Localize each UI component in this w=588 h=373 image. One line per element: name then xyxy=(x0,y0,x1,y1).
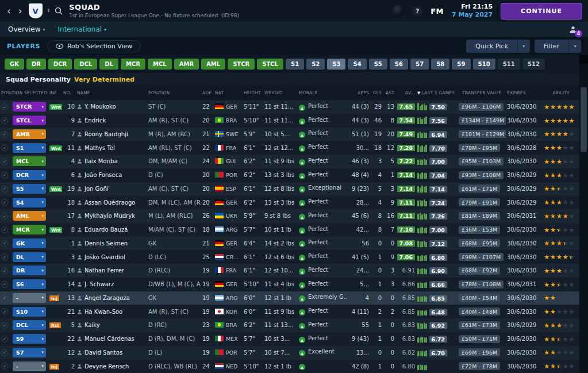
table-row[interactable]: ✓ DL▾ 3 Joško Gvardiol D (LC) 25 CR... 6… xyxy=(0,250,579,264)
table-row[interactable]: ✓ AML▾ 17 Mykhaylo Mudryk M (L), AM (RLC… xyxy=(0,209,579,223)
row-select-check-icon[interactable]: ✓ xyxy=(1,322,8,329)
position-filter-mcl[interactable]: MCL xyxy=(148,59,172,70)
position-selector-badge[interactable]: AMR▾ xyxy=(13,129,46,139)
row-select-check-icon[interactable]: ✓ xyxy=(1,281,8,288)
table-row[interactable]: ✓ S10▾ 21 Ha Kwan-Soo AM (R), ST (C) 19 … xyxy=(0,305,579,318)
position-filter-s11[interactable]: S11 xyxy=(498,59,520,70)
back-button[interactable]: ‹ xyxy=(6,6,12,16)
row-select-check-icon[interactable]: ✓ xyxy=(1,336,8,343)
position-selector-badge[interactable]: STCL▾ xyxy=(13,116,46,125)
notifications-icon[interactable]: 4 xyxy=(566,24,580,35)
table-row[interactable]: ✓ DCR▾ 6 João Fonseca D (C) 20 POR 6'2" … xyxy=(0,168,579,182)
position-selector-badge[interactable]: STCR▾ xyxy=(13,102,46,111)
col-no[interactable]: NO. xyxy=(62,90,76,95)
row-select-check-icon[interactable]: ✓ xyxy=(1,267,8,274)
col-av[interactable]: AV... xyxy=(395,90,416,95)
col-age[interactable]: AGE xyxy=(201,90,214,95)
club-crest[interactable]: V xyxy=(29,3,43,18)
position-filter-amr[interactable]: AMR xyxy=(174,59,199,70)
table-row[interactable]: ✓ S6▾ 14 J. Schwarz D/WB (L), M (C), A..… xyxy=(0,278,579,291)
position-filter-aml[interactable]: AML xyxy=(201,59,225,70)
player-name[interactable]: Roony Bardghji xyxy=(84,131,128,137)
player-name[interactable]: Y. Moukoko xyxy=(84,103,116,110)
player-name[interactable]: Endrick xyxy=(84,117,106,124)
player-name[interactable]: Assan Ouédraogo xyxy=(84,199,135,206)
position-filter-dr[interactable]: DR xyxy=(26,59,46,70)
table-row[interactable]: ✓ S5▾ Wnt 19 Jon Goñi AM (C), ST (C) 20 … xyxy=(0,182,579,196)
table-row[interactable]: ✓ S4▾ 18 Assan Ouédraogo DM, M (LC), AM … xyxy=(0,195,579,209)
position-filter-s9[interactable]: S9 xyxy=(452,59,470,70)
help-icon[interactable]: ? xyxy=(412,6,422,16)
position-selector-badge[interactable]: AML▾ xyxy=(13,211,46,221)
table-row[interactable]: ✓ -▾ Inj 13 Ángel Zaragoza GK 19 ARG 6'0… xyxy=(0,291,579,305)
col-position[interactable]: POSITION xyxy=(147,90,201,95)
position-selector-badge[interactable]: S1▾ xyxy=(13,143,46,153)
player-name[interactable]: Ángel Zaragoza xyxy=(84,295,130,301)
player-name[interactable]: Manuel Cárdenas xyxy=(84,336,134,342)
position-filter-dcr[interactable]: DCR xyxy=(48,59,72,70)
search-icon[interactable] xyxy=(55,7,63,15)
row-select-check-icon[interactable]: ✓ xyxy=(1,158,8,165)
row-select-check-icon[interactable]: ✓ xyxy=(1,295,8,302)
position-filter-s7[interactable]: S7 xyxy=(410,59,429,70)
position-selector-badge[interactable]: GK▾ xyxy=(13,239,46,248)
position-filter-stcr[interactable]: STCR xyxy=(228,59,255,70)
col-gls[interactable]: GLS xyxy=(370,90,383,95)
row-select-check-icon[interactable]: ✓ xyxy=(1,253,8,260)
row-select-check-icon[interactable]: ✓ xyxy=(1,103,8,110)
view-selector[interactable]: Rob's Selection View xyxy=(47,40,141,52)
tab-international[interactable]: International▾ xyxy=(58,25,107,33)
table-row[interactable]: ✓ S7▾ 12 David Santos D (L) 19 POR 5'7" … xyxy=(0,346,579,360)
player-name[interactable]: Joško Gvardiol xyxy=(84,254,125,260)
row-select-check-icon[interactable]: ✓ xyxy=(1,363,8,370)
row-select-check-icon[interactable]: ✓ xyxy=(1,172,8,179)
player-name[interactable]: Ilaix Moriba xyxy=(84,158,118,164)
position-selector-badge[interactable]: -▾ xyxy=(13,293,46,303)
row-select-check-icon[interactable]: ✓ xyxy=(1,117,8,124)
player-name[interactable]: David Santos xyxy=(84,349,122,356)
tab-overview[interactable]: Overview▾ xyxy=(8,25,45,33)
col-expires[interactable]: EXPIRES xyxy=(506,90,543,95)
row-select-check-icon[interactable]: ✓ xyxy=(1,240,8,247)
position-filter-s6[interactable]: S6 xyxy=(390,59,408,70)
col-morale[interactable]: MORALE xyxy=(298,90,347,95)
filter-dropdown-icon[interactable]: ▾ xyxy=(568,40,581,53)
table-row[interactable]: ✓ S9▾ 22 Manuel Cárdenas D (R), DM, M (C… xyxy=(0,332,579,346)
position-selector-badge[interactable]: S4▾ xyxy=(13,198,46,207)
row-select-check-icon[interactable]: ✓ xyxy=(1,226,8,233)
scrollbar-thumb[interactable] xyxy=(581,87,587,152)
position-filter-s3[interactable]: S3 xyxy=(327,59,345,70)
table-row[interactable]: ✓ DR▾ 16 Nathan Ferrer D (RLC) 19 FRA 6'… xyxy=(0,264,579,278)
table-row[interactable]: ✓ S1▾ Wnt 11 Mathys Tel AM (RL), ST (C) … xyxy=(0,141,579,155)
position-filter-stcl[interactable]: STCL xyxy=(257,59,283,70)
col-position-selected[interactable]: POSITION SELECTED xyxy=(0,90,48,95)
quick-pick-dropdown-icon[interactable]: ▾ xyxy=(517,40,530,53)
col-nat[interactable]: NAT xyxy=(214,90,243,95)
player-name[interactable]: Mykhaylo Mudryk xyxy=(84,213,135,219)
position-selector-badge[interactable]: DCL▾ xyxy=(13,320,46,330)
position-filter-s8[interactable]: S8 xyxy=(431,59,449,70)
player-name[interactable]: Ha Kwan-Soo xyxy=(84,309,122,315)
position-selector-badge[interactable]: MCL▾ xyxy=(13,156,46,166)
club-switcher-icon[interactable]: ▴▾ xyxy=(48,9,50,13)
row-select-check-icon[interactable]: ✓ xyxy=(1,213,8,220)
position-selector-badge[interactable]: MCR▾ xyxy=(13,225,46,234)
position-filter-s4[interactable]: S4 xyxy=(348,59,366,70)
position-filter-s10[interactable]: S10 xyxy=(473,59,495,70)
position-filter-mcr[interactable]: MCR xyxy=(121,59,145,70)
col-inf[interactable]: INF xyxy=(48,90,62,95)
forward-button[interactable]: › xyxy=(17,6,24,16)
position-selector-badge[interactable]: -▾ xyxy=(13,362,46,371)
position-selector-badge[interactable]: S9▾ xyxy=(13,334,46,344)
position-filter-s1[interactable]: S1 xyxy=(286,59,304,70)
vertical-scrollbar[interactable] xyxy=(579,55,588,373)
position-selector-badge[interactable]: S10▾ xyxy=(13,307,46,317)
row-select-check-icon[interactable]: ✓ xyxy=(1,308,8,315)
world-icon[interactable] xyxy=(393,5,404,17)
table-row[interactable]: ✓ MCR▾ Wnt 8 Eduardo Bauzá M/AM (C), ST … xyxy=(0,223,579,237)
table-row[interactable]: ✓ STCL▾ 9 Endrick AM (R), ST (C) 20 BRA … xyxy=(0,114,579,128)
position-filter-s5[interactable]: S5 xyxy=(369,59,387,70)
quick-pick-button[interactable]: Quick Pick ▾ xyxy=(466,40,529,53)
position-selector-badge[interactable]: S6▾ xyxy=(13,279,46,289)
table-row[interactable]: ✓ -▾ Inj 2 Devyne Rensch D (RLC), WB (RL… xyxy=(0,359,579,373)
